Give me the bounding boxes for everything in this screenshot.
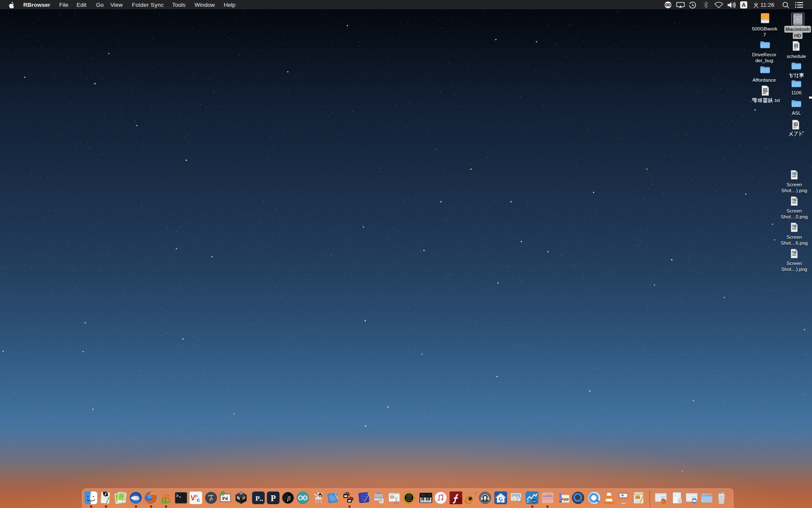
svg-text:P: P	[271, 494, 276, 503]
svg-text:intel: intel	[531, 500, 535, 502]
svg-text:App: App	[561, 497, 569, 501]
svg-text:β: β	[287, 495, 291, 502]
svg-text:P: P	[255, 494, 260, 502]
svg-text:PNG: PNG	[792, 254, 796, 257]
svg-text:PNG: PNG	[792, 202, 796, 204]
svg-text:c: c	[197, 497, 200, 503]
svg-text:PNG: PNG	[792, 176, 796, 178]
svg-text:TEXT: TEXT	[794, 48, 797, 50]
svg-text:PNG: PNG	[792, 228, 796, 230]
svg-text:TEXT: TEXT	[793, 127, 796, 128]
svg-text:J: J	[104, 492, 106, 496]
svg-text:Pd: Pd	[222, 496, 228, 501]
svg-text:TEXT: TEXT	[763, 93, 766, 94]
